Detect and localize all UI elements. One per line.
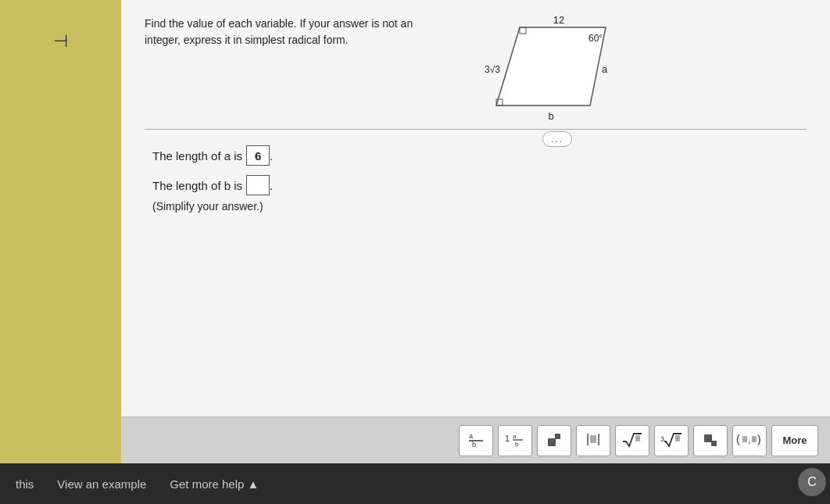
simplify-note: (Simplify your answer.) — [152, 200, 799, 213]
svg-rect-16 — [635, 435, 640, 441]
svg-text:3: 3 — [660, 435, 664, 443]
answer-b-box[interactable] — [246, 175, 270, 195]
absolute-value-icon: || — [585, 431, 602, 451]
svg-text:|: | — [586, 432, 589, 445]
svg-text:a: a — [469, 432, 473, 440]
svg-text:,: , — [748, 434, 750, 445]
sqrt-button[interactable] — [615, 425, 649, 456]
cbrt-button[interactable]: 3 — [654, 425, 689, 456]
mixed-number-icon: 1ab — [504, 431, 526, 451]
get-help-link[interactable]: Get more help ▲ — [170, 477, 259, 491]
exponent-button[interactable] — [537, 425, 571, 456]
back-arrow-icon[interactable]: ⊣ — [53, 31, 68, 52]
fraction-icon: ab — [467, 431, 485, 451]
svg-text:(: ( — [736, 433, 740, 445]
svg-text:b: b — [472, 441, 476, 448]
length-b-label: The length of b is — [152, 179, 242, 192]
svg-rect-10 — [548, 438, 556, 446]
absolute-value-button[interactable]: || — [576, 425, 610, 456]
main-area: ⊣ Find the value of each variable. If yo… — [0, 0, 830, 463]
svg-text:|: | — [597, 432, 600, 445]
svg-rect-23 — [742, 436, 747, 442]
cbrt-icon: 3 — [660, 431, 683, 451]
label-12: 12 — [553, 14, 564, 26]
math-toolbar: ab 1ab || — [121, 416, 830, 463]
circle-button[interactable]: C — [798, 468, 826, 496]
answer-b-row: The length of b is . — [152, 175, 799, 195]
svg-text:b: b — [515, 441, 519, 448]
bottom-bar: this View an example Get more help ▲ C — [0, 463, 830, 504]
svg-rect-11 — [555, 434, 560, 439]
label-3sqrt3: 3√3 — [485, 64, 500, 75]
svg-rect-19 — [675, 435, 680, 441]
view-example-link[interactable]: View an example — [57, 477, 146, 491]
fraction-button[interactable]: ab — [459, 425, 493, 456]
svg-text:): ) — [757, 433, 761, 445]
content-area: Find the value of each variable. If your… — [121, 0, 830, 463]
diagram-area: 12 60° 3√3 a b — [481, 12, 637, 113]
subscript-icon — [702, 431, 719, 451]
svg-rect-13 — [590, 435, 596, 443]
answer-a-row: The length of a is 6 . — [152, 145, 799, 166]
exponent-icon — [546, 431, 563, 451]
length-a-label: The length of a is — [152, 149, 242, 163]
label-b: b — [548, 110, 553, 121]
period-a: . — [270, 149, 273, 163]
svg-rect-21 — [711, 441, 717, 446]
answer-section: The length of a is 6 . The length of b i… — [145, 145, 807, 213]
problem-text: Find the value of each variable. If your… — [145, 16, 442, 48]
more-button[interactable]: More — [771, 425, 818, 456]
problem-header: Find the value of each variable. If your… — [145, 16, 807, 113]
divider — [145, 129, 807, 130]
geometry-diagram: 12 60° 3√3 a b — [481, 12, 637, 121]
subscript-button[interactable] — [693, 425, 728, 456]
interval-button[interactable]: (,) — [732, 425, 767, 456]
period-b: . — [270, 179, 273, 192]
label-60deg: 60° — [589, 33, 603, 44]
problem-instruction: Find the value of each variable. If your… — [145, 16, 442, 48]
svg-text:a: a — [513, 433, 517, 440]
interval-icon: (,) — [735, 431, 764, 451]
svg-rect-20 — [704, 434, 712, 442]
mixed-number-button[interactable]: 1ab — [498, 425, 532, 456]
label-a: a — [602, 63, 608, 75]
problem-section: Find the value of each variable. If your… — [121, 0, 830, 416]
svg-text:1: 1 — [505, 434, 510, 443]
expand-dots-button[interactable]: ... — [542, 131, 572, 147]
this-link[interactable]: this — [16, 477, 34, 491]
left-sidebar: ⊣ — [0, 0, 121, 463]
svg-rect-25 — [752, 436, 757, 442]
sqrt-icon — [621, 431, 643, 451]
answer-a-box[interactable]: 6 — [246, 145, 270, 166]
